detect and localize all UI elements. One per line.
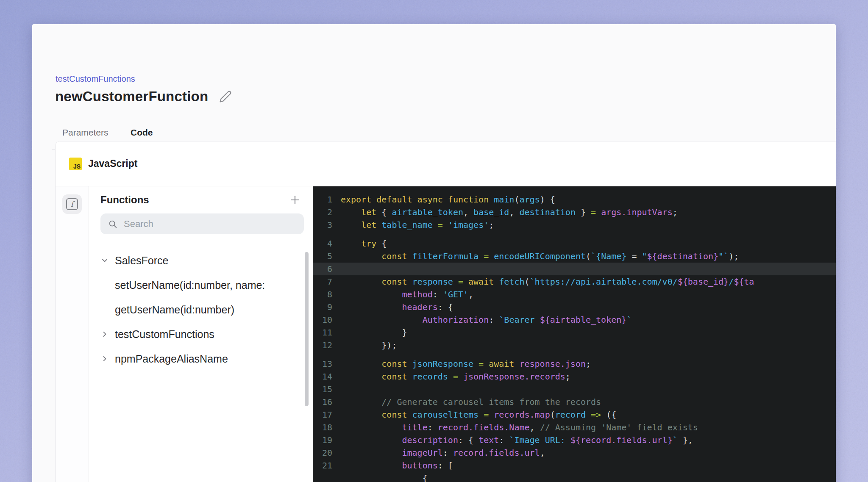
tree-item-label: setUserName(id:number, name: [115,279,265,291]
line-number: 14 [313,370,332,383]
title-row: newCustomerFunction [55,89,232,105]
code-line[interactable]: 8 method: 'GET', [313,288,836,301]
page-title: newCustomerFunction [55,89,208,105]
code-line-content: const records = jsonResponse.records; [341,370,570,383]
edit-title-pencil-icon[interactable] [219,90,232,103]
code-line-content: method: 'GET', [341,288,473,301]
line-number: 1 [313,193,332,206]
code-line[interactable]: 10 Authorization: `Bearer ${airtable_tok… [313,313,836,326]
code-line-content: try { [341,237,387,250]
add-function-plus-icon[interactable] [289,194,300,205]
code-line-content: const carouselItems = records.map(record… [341,408,616,421]
code-line[interactable]: 18 title: record.fields.Name, // Assumin… [313,421,836,434]
breadcrumb[interactable]: testCustomFunctions [56,74,135,84]
code-line-content: } [341,326,407,339]
code-line[interactable]: 16 // Generate carousel items from the r… [313,396,836,408]
line-number: 20 [313,446,332,459]
chevron-down-icon[interactable] [100,256,115,265]
line-number: 10 [313,313,332,326]
function-search[interactable] [100,213,304,234]
left-rail: f [56,186,89,482]
code-line-content: const jsonResponse = await response.json… [341,357,591,370]
code-line-highlighted[interactable]: 6 [313,263,836,275]
code-line-content: const filterFormula = encodeURIComponent… [341,250,739,263]
tree-item-label: SalesForce [115,255,168,267]
line-number: 15 [313,383,332,396]
code-line-content: buttons: [ [341,459,453,472]
card-body: f Functions SalesForcesetUse [56,186,836,482]
code-line-content: description: { text: `Image URL: ${recor… [341,434,693,446]
main-panel: testCustomFunctions newCustomerFunction … [32,24,836,482]
code-line[interactable]: 20 imageUrl: record.fields.url, [313,446,836,459]
line-number: 6 [313,263,332,275]
code-line-content: // Generate carousel items from the reco… [341,396,601,408]
code-line[interactable]: 7 const response = await fetch(`https://… [313,275,836,288]
functions-header: Functions [100,194,304,206]
code-editor-card: JS JavaScript f Functions [55,141,836,482]
chevron-right-icon[interactable] [100,330,115,338]
tree-item[interactable]: npmPackageAliasName [100,346,304,371]
code-line[interactable]: 14 const records = jsonResponse.records; [313,370,836,383]
code-line[interactable]: 21 buttons: [ [313,459,836,472]
line-number: 5 [313,250,332,263]
line-number: 19 [313,434,332,446]
code-line[interactable]: 1export default async function main(args… [313,193,836,206]
function-icon: f [66,198,78,210]
code-line[interactable]: 19 description: { text: `Image URL: ${re… [313,434,836,446]
code-line-content: Authorization: `Bearer ${airtable_token}… [341,313,632,326]
line-number: 9 [313,301,332,313]
javascript-badge-label: JS [73,163,81,170]
tree-item-label: npmPackageAliasName [115,353,228,365]
code-line[interactable]: 15 [313,383,836,396]
line-number: 12 [313,339,332,352]
line-number [313,472,332,482]
line-number: 18 [313,421,332,434]
tree-item-label: testCustomFunctions [115,328,214,341]
code-line[interactable]: 17 const carouselItems = records.map(rec… [313,408,836,421]
code-line[interactable]: 2 let { airtable_token, base_id, destina… [313,206,836,219]
code-editor[interactable]: 1export default async function main(args… [313,186,836,482]
chevron-right-icon[interactable] [100,355,115,363]
code-line-content: imageUrl: record.fields.url, [341,446,545,459]
code-line[interactable]: 4 try { [313,237,836,250]
tab-parameters[interactable]: Parameters [62,127,108,138]
function-tree: SalesForcesetUserName(id:number, name:ge… [100,248,304,371]
line-number: 17 [313,408,332,421]
functions-rail-button[interactable]: f [62,194,82,214]
magnifier-icon [108,219,117,229]
line-number: 21 [313,459,332,472]
line-number: 11 [313,326,332,339]
javascript-badge-icon: JS [69,158,82,170]
line-number: 7 [313,275,332,288]
tree-item[interactable]: SalesForce [100,248,304,273]
line-number: 8 [313,288,332,301]
code-line[interactable]: 3 let table_name = 'images'; [313,219,836,231]
code-line-content: let table_name = 'images'; [341,219,494,231]
sidebar-scrollbar[interactable] [305,252,309,406]
tree-item[interactable]: testCustomFunctions [100,322,304,346]
line-number: 4 [313,237,332,250]
tree-item[interactable]: getUserName(id:number) [100,297,304,322]
code-line-content: headers: { [341,301,453,313]
tab-code[interactable]: Code [131,127,153,138]
tree-item[interactable]: setUserName(id:number, name: [100,273,304,297]
code-line[interactable]: 12 }); [313,339,836,352]
search-input[interactable] [123,218,296,230]
line-number: 13 [313,357,332,370]
card-header: JS JavaScript [56,141,836,186]
code-line[interactable]: 13 const jsonResponse = await response.j… [313,357,836,370]
tree-item-label: getUserName(id:number) [115,304,234,316]
functions-heading: Functions [100,194,149,206]
code-line-content: }); [341,339,397,352]
code-line[interactable]: 5 const filterFormula = encodeURICompone… [313,250,836,263]
code-line-content: title: record.fields.Name, // Assuming '… [341,421,698,434]
code-line[interactable]: { [313,472,836,482]
code-line[interactable]: 11 } [313,326,836,339]
code-line-content: export default async function main(args)… [341,193,555,206]
line-number: 2 [313,206,332,219]
line-number: 3 [313,219,332,231]
code-line-content: const response = await fetch(`https://ap… [341,275,754,288]
functions-panel: Functions SalesForcesetUserName(id:numbe… [89,186,313,482]
code-line-content: let { airtable_token, base_id, destinati… [341,206,678,219]
code-line[interactable]: 9 headers: { [313,301,836,313]
